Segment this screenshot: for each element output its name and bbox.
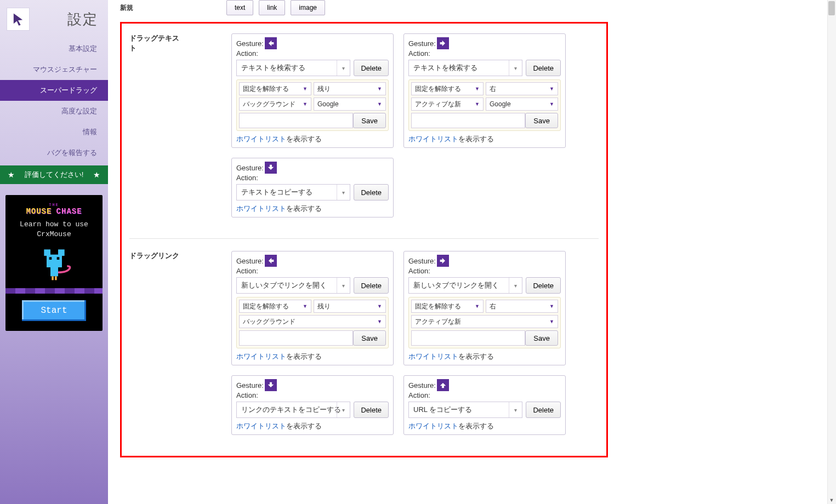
save-button[interactable]: Save: [353, 113, 386, 128]
select[interactable]: URL をコピーする▾: [408, 402, 522, 418]
promo-start-button[interactable]: Start: [22, 300, 86, 321]
select[interactable]: 右▼: [486, 82, 558, 95]
options-row: アクティブな新▼: [411, 315, 558, 328]
whitelist-link[interactable]: ホワイトリスト: [236, 422, 286, 430]
arrow-up-icon: [437, 379, 449, 391]
whitelist-row: ホワイトリストを表示する: [408, 352, 561, 362]
select[interactable]: 残り▼: [314, 82, 386, 95]
save-input[interactable]: [411, 113, 525, 128]
select[interactable]: 固定を解除する▼: [411, 300, 484, 313]
cards: Gesture: Action: テキストを検索する▾ Delete 固定を解除…: [231, 33, 582, 217]
gesture-card: Gesture: Action: 新しいタブでリンクを開く▾ Delete 固定…: [231, 251, 394, 365]
delete-button[interactable]: Delete: [354, 402, 389, 418]
select[interactable]: 固定を解除する▼: [411, 82, 484, 95]
select[interactable]: テキストを検索する▾: [408, 60, 522, 76]
arrow-right-icon: [437, 37, 449, 49]
nav-advanced[interactable]: 高度な設定: [0, 101, 108, 122]
type-tabs: text link image: [226, 0, 325, 15]
select[interactable]: 残り▼: [314, 300, 386, 313]
svg-rect-7: [55, 276, 57, 280]
gesture-card: Gesture: Action: 新しいタブでリンクを開く▾ Delete 固定…: [403, 251, 566, 365]
save-input[interactable]: [239, 113, 353, 128]
chevron-down-icon: ▼: [549, 303, 554, 309]
tab-link[interactable]: link: [259, 0, 285, 15]
nav-info[interactable]: 情報: [0, 122, 108, 142]
delete-button[interactable]: Delete: [354, 60, 389, 76]
action-row: リンクのテキストをコピーする▾ Delete: [236, 402, 389, 418]
save-input[interactable]: [411, 330, 525, 346]
delete-button[interactable]: Delete: [526, 402, 561, 418]
gesture-label: Gesture:: [236, 381, 264, 390]
select[interactable]: Google▼: [314, 98, 386, 111]
section-title: ドラッグリンク: [129, 251, 182, 435]
select[interactable]: バックグラウンド▼: [239, 98, 311, 111]
select[interactable]: アクティブな新▼: [411, 98, 484, 111]
save-button[interactable]: Save: [525, 330, 558, 346]
nav-bug[interactable]: バグを報告する: [0, 142, 108, 163]
select[interactable]: テキストを検索する▾: [236, 60, 350, 76]
nav-rate[interactable]: ★ 評価してください! ★: [0, 165, 108, 184]
highlight-box: ドラッグテキスト Gesture: Action: テキストを検索する▾ Del…: [120, 22, 608, 457]
select[interactable]: バックグラウンド▼: [239, 315, 386, 328]
delete-button[interactable]: Delete: [354, 277, 389, 294]
select[interactable]: アクティブな新▼: [411, 315, 558, 328]
arrow-right-icon: [437, 255, 449, 267]
chevron-down-icon: ▼: [377, 101, 382, 107]
new-label: 新規: [120, 3, 133, 13]
save-input[interactable]: [239, 330, 353, 346]
arrow-left-icon: [265, 37, 277, 49]
whitelist-tail: を表示する: [286, 204, 322, 213]
gesture-row: Gesture:: [408, 37, 561, 49]
options-row: 固定を解除する▼右▼: [411, 300, 558, 313]
chevron-down-icon: ▾: [337, 185, 350, 200]
save-button[interactable]: Save: [525, 113, 558, 128]
save-button[interactable]: Save: [353, 330, 386, 346]
whitelist-row: ホワイトリストを表示する: [408, 421, 561, 431]
section-drag_text: ドラッグテキスト Gesture: Action: テキストを検索する▾ Del…: [129, 33, 599, 225]
chevron-down-icon: ▾: [509, 402, 522, 417]
scrollbar[interactable]: ▲ ▼: [827, 0, 836, 504]
whitelist-link[interactable]: ホワイトリスト: [236, 135, 286, 143]
select[interactable]: 固定を解除する▼: [239, 300, 311, 313]
gesture-card: Gesture: Action: テキストを検索する▾ Delete 固定を解除…: [403, 33, 566, 148]
gesture-label: Gesture:: [236, 257, 264, 265]
select[interactable]: Google▼: [486, 98, 558, 111]
delete-button[interactable]: Delete: [526, 60, 561, 76]
scrollbar-thumb[interactable]: [828, 1, 835, 15]
options-box: 固定を解除する▼残り▼バックグラウンド▼ Save: [236, 297, 389, 348]
whitelist-link[interactable]: ホワイトリスト: [236, 204, 286, 213]
whitelist-link[interactable]: ホワイトリスト: [408, 422, 458, 430]
select[interactable]: テキストをコピーする▾: [236, 184, 350, 201]
select[interactable]: 新しいタブでリンクを開く▾: [236, 277, 350, 294]
whitelist-link[interactable]: ホワイトリスト: [236, 352, 286, 360]
delete-button[interactable]: Delete: [526, 277, 561, 294]
nav-superdrag[interactable]: スーパードラッグ: [0, 80, 108, 101]
options-row: 固定を解除する▼残り▼: [239, 82, 386, 95]
whitelist-link[interactable]: ホワイトリスト: [408, 135, 458, 143]
nav-gesture[interactable]: マウスジェスチャー: [0, 59, 108, 80]
options-row: 固定を解除する▼残り▼: [239, 300, 386, 313]
chevron-down-icon: ▼: [549, 101, 554, 107]
chevron-down-icon: ▼: [549, 319, 554, 324]
action-row: テキストを検索する▾ Delete: [408, 60, 561, 76]
tab-image[interactable]: image: [291, 0, 325, 15]
chevron-down-icon: ▾: [509, 60, 522, 76]
whitelist-link[interactable]: ホワイトリスト: [408, 352, 458, 360]
select[interactable]: 新しいタブでリンクを開く▾: [408, 277, 522, 294]
select[interactable]: 右▼: [486, 300, 558, 313]
whitelist-tail: を表示する: [458, 422, 494, 430]
gesture-label: Gesture:: [408, 381, 436, 390]
gesture-card: Gesture: Action: URL をコピーする▾ Delete ホワイト…: [403, 375, 566, 435]
delete-button[interactable]: Delete: [354, 184, 389, 201]
tab-text[interactable]: text: [226, 0, 253, 15]
chevron-down-icon: ▾: [337, 278, 350, 293]
options-row: 固定を解除する▼右▼: [411, 82, 558, 95]
chevron-down-icon: ▼: [377, 303, 382, 309]
star-icon: ★: [8, 170, 15, 179]
gesture-row: Gesture:: [236, 255, 389, 267]
select[interactable]: 固定を解除する▼: [239, 82, 311, 95]
nav-basic[interactable]: 基本設定: [0, 38, 108, 59]
scrollbar-down-icon[interactable]: ▼: [827, 496, 836, 504]
section-drag_link: ドラッグリンク Gesture: Action: 新しいタブでリンクを開く▾ D…: [129, 238, 599, 443]
select[interactable]: リンクのテキストをコピーする▾: [236, 402, 350, 418]
